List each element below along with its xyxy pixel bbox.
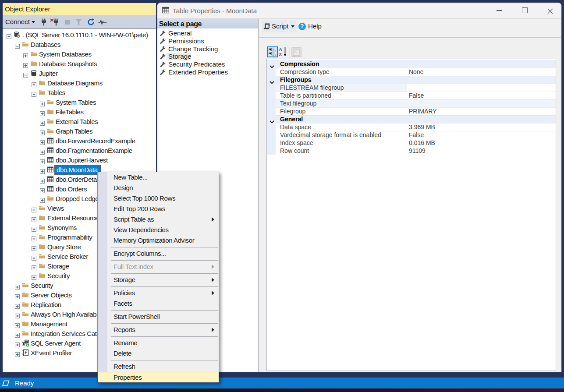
svg-text:Z: Z bbox=[279, 52, 282, 57]
svg-text:A: A bbox=[279, 46, 282, 52]
